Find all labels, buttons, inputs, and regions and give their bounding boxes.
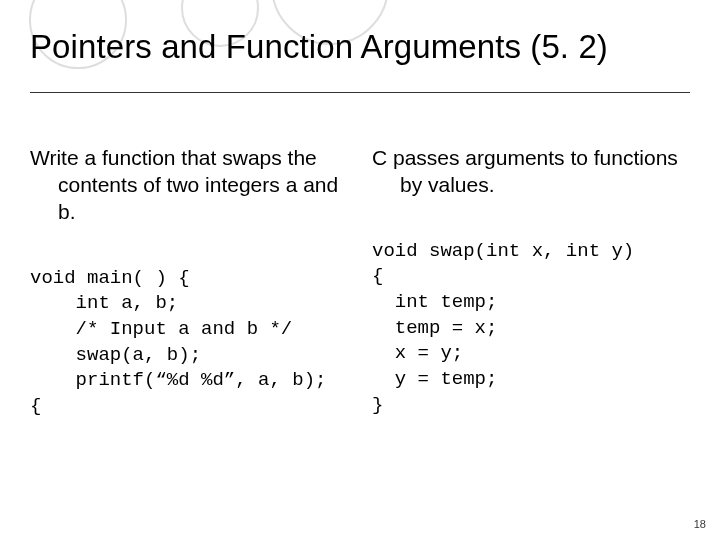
title-divider	[30, 92, 690, 93]
left-code-block: void main( ) { int a, b; /* Input a and …	[30, 266, 348, 420]
right-paragraph: C passes arguments to functions by value…	[372, 145, 690, 199]
page-number: 18	[694, 518, 706, 530]
content-columns: Write a function that swaps the contents…	[30, 145, 690, 419]
slide-title: Pointers and Function Arguments (5. 2)	[30, 28, 700, 66]
left-column: Write a function that swaps the contents…	[30, 145, 348, 419]
right-code-block: void swap(int x, int y) { int temp; temp…	[372, 239, 690, 418]
left-paragraph: Write a function that swaps the contents…	[30, 145, 348, 226]
right-column: C passes arguments to functions by value…	[372, 145, 690, 419]
